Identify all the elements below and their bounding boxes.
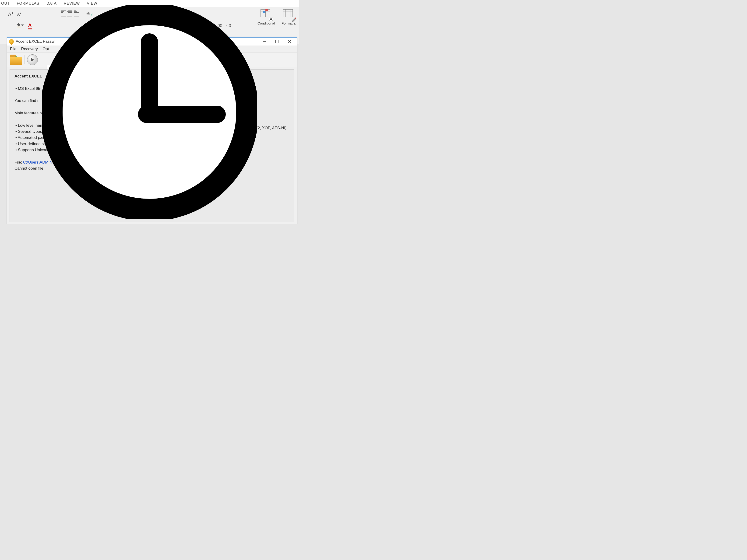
feature-2: • Several types of bbox=[15, 129, 47, 134]
svg-marker-6 bbox=[31, 58, 34, 61]
clock-icon bbox=[42, 5, 257, 219]
cpu-feature-fragment: X2, XOP, AES-NI); bbox=[255, 125, 288, 131]
conditional-formatting-button[interactable]: ≢ Conditional bbox=[257, 8, 276, 26]
menu-file[interactable]: File bbox=[10, 47, 16, 51]
increase-font-icon[interactable]: A▴ bbox=[7, 10, 15, 18]
ribbon-right-group: ≢ Conditional Format a bbox=[257, 8, 297, 26]
app-icon bbox=[8, 38, 15, 45]
minimize-button[interactable] bbox=[259, 38, 269, 45]
maximize-button[interactable] bbox=[272, 38, 282, 45]
content-line-2: Main features a bbox=[15, 111, 42, 115]
close-button[interactable] bbox=[284, 38, 295, 45]
start-button[interactable] bbox=[27, 54, 38, 65]
format-as-table-button[interactable]: Format a bbox=[281, 8, 297, 26]
content-bullet-1: • MS Excel 95- bbox=[15, 86, 42, 91]
tab-formulas[interactable]: FORMULAS bbox=[17, 1, 40, 6]
svg-rect-0 bbox=[17, 27, 21, 27]
file-label: File: bbox=[15, 160, 22, 164]
menu-recovery[interactable]: Recovery bbox=[21, 47, 38, 51]
decrease-font-icon[interactable]: A▾ bbox=[16, 11, 22, 17]
tab-out[interactable]: OUT bbox=[1, 1, 10, 6]
font-color-icon[interactable]: A bbox=[28, 22, 32, 29]
svg-rect-3 bbox=[276, 40, 278, 43]
open-file-button[interactable]: ↑ bbox=[10, 55, 22, 65]
content-heading: Accent EXCEL bbox=[15, 74, 42, 78]
conditional-label: Conditional bbox=[257, 21, 275, 25]
content-line-1: You can find m bbox=[15, 99, 41, 103]
format-label: Format a bbox=[282, 21, 295, 25]
dropdown-arrow-icon[interactable] bbox=[21, 25, 24, 26]
feature-1: • Low level hand bbox=[15, 123, 44, 128]
fill-color-icon[interactable] bbox=[16, 22, 22, 29]
error-text: Cannot open file. bbox=[15, 166, 45, 170]
font-size-group: A▴ A▾ bbox=[7, 10, 22, 18]
